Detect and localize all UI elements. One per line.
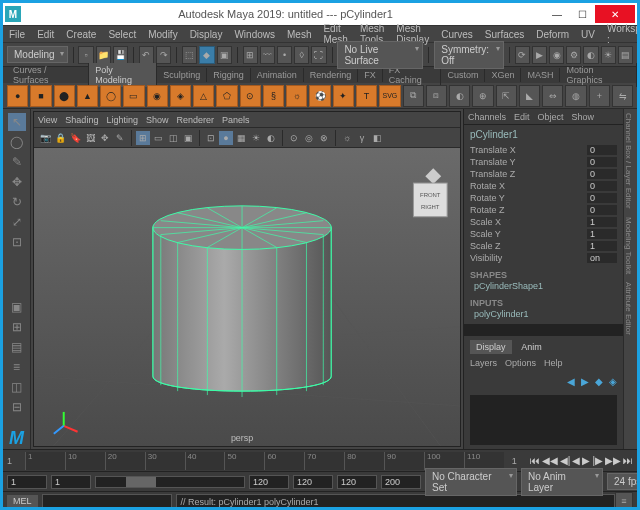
attr-row[interactable]: Translate Y0 (470, 156, 617, 168)
shelf-tab-rigging[interactable]: Rigging (207, 68, 251, 82)
combine-icon[interactable]: ⧉ (403, 85, 424, 107)
poly-type-icon[interactable]: T (356, 85, 377, 107)
cb-tab-show[interactable]: Show (572, 112, 595, 122)
shelf-tab-fx[interactable]: FX (358, 68, 383, 82)
tl-current-frame-field[interactable]: 1 (508, 456, 526, 466)
view-transform-icon[interactable]: ◧ (370, 131, 384, 145)
playback-end-field[interactable] (249, 475, 289, 489)
rotate-tool-icon[interactable]: ↻ (8, 193, 26, 211)
vp-menu-renderer[interactable]: Renderer (176, 115, 214, 125)
poly-pipe-icon[interactable]: ⊙ (240, 85, 261, 107)
layer-move-up-icon[interactable]: ◀ (567, 376, 575, 387)
fill-hole-icon[interactable]: ◍ (565, 85, 586, 107)
use-lights-icon[interactable]: ☀ (249, 131, 263, 145)
snap-curve-icon[interactable]: 〰 (260, 46, 275, 64)
fps-combo[interactable]: 24 fps (607, 473, 640, 490)
viewport[interactable]: FRONT RIGHT persp (34, 148, 460, 446)
cb-tab-object[interactable]: Object (538, 112, 564, 122)
poly-cone-icon[interactable]: ▲ (77, 85, 98, 107)
attr-row[interactable]: Visibilityon (470, 252, 617, 264)
menu-surfaces[interactable]: Surfaces (479, 29, 530, 40)
shelf-tab-curves[interactable]: Curves / Surfaces (7, 63, 89, 87)
hypershade-layout-icon[interactable]: ◫ (8, 378, 26, 396)
shelf-tab-xgen[interactable]: XGen (485, 68, 521, 82)
symmetry-combo[interactable]: Symmetry: Off (434, 41, 504, 69)
redo-icon[interactable]: ↷ (156, 46, 171, 64)
outliner-only-icon[interactable]: ≡ (8, 358, 26, 376)
paint-select-icon[interactable]: ✎ (8, 153, 26, 171)
layer-list[interactable] (470, 395, 617, 445)
bookmarks-icon[interactable]: 🔖 (68, 131, 82, 145)
step-forward-icon[interactable]: |▶ (592, 455, 603, 466)
tab-channel-box[interactable]: Channel Box / Layer Editor (624, 109, 633, 213)
attr-row[interactable]: Rotate X0 (470, 180, 617, 192)
step-back-icon[interactable]: ◀| (560, 455, 571, 466)
menu-modify[interactable]: Modify (142, 29, 183, 40)
attr-row[interactable]: Rotate Z0 (470, 204, 617, 216)
script-lang-combo[interactable]: MEL (7, 495, 38, 507)
layers-options[interactable]: Options (505, 358, 536, 368)
step-back-key-icon[interactable]: ◀◀ (542, 455, 558, 466)
maximize-button[interactable]: ☐ (570, 5, 594, 23)
lasso-tool-icon[interactable]: ◯ (8, 133, 26, 151)
undo-icon[interactable]: ↶ (139, 46, 154, 64)
character-set-combo[interactable]: No Character Set (425, 468, 517, 496)
shelf-tab-motion[interactable]: Motion Graphics (560, 63, 637, 87)
mirror-icon[interactable]: ⇋ (612, 85, 633, 107)
menu-mesh[interactable]: Mesh (281, 29, 317, 40)
open-scene-icon[interactable]: 📁 (96, 46, 111, 64)
menu-create[interactable]: Create (60, 29, 102, 40)
light-editor-icon[interactable]: ☀ (601, 46, 616, 64)
menu-curves[interactable]: Curves (435, 29, 479, 40)
construction-history-icon[interactable]: ⟳ (515, 46, 530, 64)
attr-row[interactable]: Scale X1 (470, 216, 617, 228)
poly-disc-icon[interactable]: ◉ (147, 85, 168, 107)
select-mode-icon[interactable]: ⬚ (182, 46, 197, 64)
bevel-icon[interactable]: ◣ (519, 85, 540, 107)
ipr-render-icon[interactable]: ◉ (549, 46, 564, 64)
poly-soccer-icon[interactable]: ⚽ (309, 85, 330, 107)
wireframe-icon[interactable]: ⊡ (204, 131, 218, 145)
playback-start-field[interactable] (51, 475, 91, 489)
menu-set-combo[interactable]: Modeling (7, 46, 68, 63)
hypershade-icon[interactable]: ◐ (583, 46, 598, 64)
menu-windows[interactable]: Windows (228, 29, 281, 40)
shelf-tab-custom[interactable]: Custom (441, 68, 485, 82)
current-frame-field[interactable] (337, 475, 377, 489)
isolate-select-icon[interactable]: ⊙ (287, 131, 301, 145)
layers-help[interactable]: Help (544, 358, 563, 368)
tab-modeling-toolkit[interactable]: Modeling Toolkit (624, 213, 633, 278)
gate-mask-icon[interactable]: ▣ (181, 131, 195, 145)
go-end-icon[interactable]: ⏭ (623, 455, 633, 466)
image-plane-icon[interactable]: 🖼 (83, 131, 97, 145)
attr-row[interactable]: Translate Z0 (470, 168, 617, 180)
layer-add-icon[interactable]: ◆ (595, 376, 603, 387)
poly-sphere-icon[interactable]: ● (7, 85, 28, 107)
save-scene-icon[interactable]: 💾 (113, 46, 128, 64)
render-settings-icon[interactable]: ⚙ (566, 46, 581, 64)
attr-row[interactable]: Rotate Y0 (470, 192, 617, 204)
anim-layer-combo[interactable]: No Anim Layer (521, 468, 603, 496)
menu-file[interactable]: File (3, 29, 31, 40)
select-camera-icon[interactable]: 📷 (38, 131, 52, 145)
last-tool-icon[interactable]: ⊡ (8, 233, 26, 251)
anim-end-field[interactable] (293, 475, 333, 489)
shadows-icon[interactable]: ◐ (264, 131, 278, 145)
vp-menu-lighting[interactable]: Lighting (106, 115, 138, 125)
svg-icon[interactable]: SVG (379, 85, 400, 107)
attr-row[interactable]: Scale Y1 (470, 228, 617, 240)
layers-menu[interactable]: Layers (470, 358, 497, 368)
vp-menu-panels[interactable]: Panels (222, 115, 250, 125)
shelf-tab-poly[interactable]: Poly Modeling (89, 63, 157, 87)
xray-icon[interactable]: ◎ (302, 131, 316, 145)
film-gate-icon[interactable]: ▭ (151, 131, 165, 145)
render-icon[interactable]: ▶ (532, 46, 547, 64)
snap-plane-icon[interactable]: ◊ (294, 46, 309, 64)
grease-pencil-icon[interactable]: ✎ (113, 131, 127, 145)
booleans-icon[interactable]: ⊕ (472, 85, 493, 107)
poly-gear-icon[interactable]: ☼ (286, 85, 307, 107)
grid-toggle-icon[interactable]: ⊞ (136, 131, 150, 145)
cb-tab-channels[interactable]: Channels (468, 112, 506, 122)
input-node[interactable]: polyCylinder1 (470, 308, 617, 320)
vp-menu-shading[interactable]: Shading (65, 115, 98, 125)
